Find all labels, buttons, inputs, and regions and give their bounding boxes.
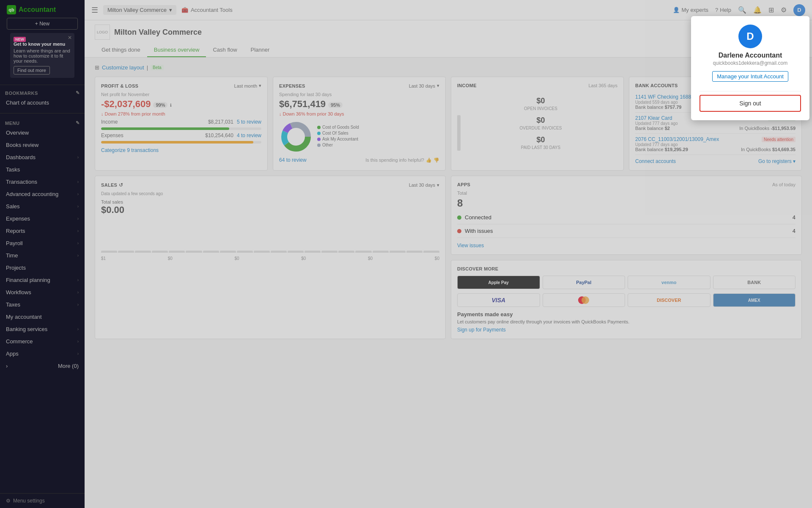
edit-bookmarks-icon[interactable]: ✎ — [76, 90, 80, 96]
down-arrow-icon: ↓ — [101, 111, 104, 116]
sidebar-item-chart-of-accounts[interactable]: Chart of accounts — [0, 97, 85, 109]
svg-point-5 — [582, 296, 589, 304]
connect-accounts-link[interactable]: Connect accounts — [635, 158, 676, 164]
settings-icon[interactable]: ⚙ — [781, 6, 787, 14]
my-experts-button[interactable]: 👤 My experts — [673, 7, 708, 13]
income-bar — [457, 115, 461, 151]
sidebar-item-my-accountant[interactable]: My accountant — [0, 311, 85, 323]
profit-loss-card: PROFIT & LOSS Last month ▾ Net profit fo… — [95, 77, 268, 171]
income-bars: $0 OPEN INVOICES $0 OVERDUE INVOICES $0 … — [457, 91, 617, 151]
apps-issues-row[interactable]: With issues 4 — [457, 224, 796, 238]
bank-account-name[interactable]: 2107 Klear Card — [635, 115, 672, 121]
bank-account-name[interactable]: 2076 CC_11003/12001/13009_Amex — [635, 136, 719, 142]
help-button[interactable]: ? Help — [715, 7, 731, 13]
bookmarks-header[interactable]: BOOKMARKS ✎ — [0, 88, 85, 97]
sidebar-item-commerce[interactable]: Commerce› — [0, 335, 85, 348]
find-out-button[interactable]: Find out more — [14, 66, 50, 75]
tab-business-overview[interactable]: Business overview — [147, 43, 206, 57]
manage-intuit-link[interactable]: Manage your Intuit Account — [712, 71, 788, 82]
sidebar-header: qb Accountant + New NEW ✕ Get to know yo… — [0, 0, 85, 85]
sidebar-item-time[interactable]: Time› — [0, 249, 85, 262]
apple-pay-item[interactable]: Apple Pay — [457, 276, 540, 289]
search-icon[interactable]: 🔍 — [738, 6, 746, 14]
sidebar-item-reports[interactable]: Reports› — [0, 225, 85, 237]
edit-menu-icon[interactable]: ✎ — [76, 120, 80, 126]
chart-bar — [321, 219, 337, 253]
chart-bar — [186, 219, 202, 253]
sidebar-item-projects[interactable]: Projects — [0, 262, 85, 274]
profit-percent: 99% — [153, 102, 167, 108]
sign-out-button[interactable]: Sign out — [700, 95, 801, 112]
company-selector[interactable]: Milton Valley Commerce ▾ — [103, 5, 176, 15]
hamburger-icon[interactable]: ☰ — [91, 6, 98, 15]
expenses-period[interactable]: Last 30 days ▾ — [409, 83, 439, 88]
tab-content-area: ⊞ Customize layout | Beta PROFIT & LOSS … — [85, 58, 812, 508]
menu-settings[interactable]: ⚙ Menu settings — [0, 493, 85, 508]
profit-loss-period[interactable]: Last month ▾ — [234, 83, 261, 88]
menu-section: MENU ✎ Overview Books review Dashboards›… — [0, 115, 85, 375]
issues-dot — [457, 229, 461, 233]
expenses-review-link[interactable]: 64 to review — [279, 157, 307, 163]
spending-label: Spending for last 30 days — [279, 92, 439, 97]
menu-header[interactable]: MENU ✎ — [0, 118, 85, 127]
sales-value: $0.00 — [101, 204, 439, 215]
bank-item-header: 2076 CC_11003/12001/13009_Amex Needs att… — [635, 136, 796, 142]
sidebar-item-taxes[interactable]: Taxes› — [0, 298, 85, 311]
thumbsdown-icon[interactable]: 👎 — [433, 157, 439, 163]
sidebar-item-workflows[interactable]: Workflows› — [0, 286, 85, 298]
tab-cash-flow[interactable]: Cash flow — [206, 43, 244, 57]
sales-period[interactable]: Last 30 days ▾ — [409, 182, 439, 188]
sidebar-item-payroll[interactable]: Payroll› — [0, 237, 85, 249]
visa-item[interactable]: VISA — [457, 293, 540, 307]
paypal-item[interactable]: PayPal — [543, 276, 625, 289]
mastercard-item[interactable] — [543, 293, 625, 307]
sidebar-item-overview[interactable]: Overview — [0, 127, 85, 139]
sidebar-item-expenses[interactable]: Expenses› — [0, 213, 85, 225]
income-review-link[interactable]: 5 to review — [237, 119, 261, 125]
sidebar-item-financial-planning[interactable]: Financial planning› — [0, 274, 85, 286]
chevron-icon: › — [77, 241, 79, 246]
bank-account-name[interactable]: 1141 WF Checking 1688 — [635, 94, 691, 100]
chart-bar — [288, 219, 304, 253]
connected-dot — [457, 215, 461, 220]
sidebar-item-sales[interactable]: Sales› — [0, 200, 85, 213]
apps-connected-row[interactable]: Connected 4 — [457, 211, 796, 224]
new-button[interactable]: + New — [7, 18, 78, 30]
categorize-link[interactable]: Categorize 9 transactions — [101, 147, 159, 153]
popup-name: Darlene Accountant — [700, 52, 801, 59]
view-issues-link[interactable]: View issues — [457, 243, 484, 248]
chart-bar — [390, 219, 406, 253]
sales-title-wrap: SALES ↺ — [101, 182, 123, 188]
notification-icon[interactable]: 🔔 — [753, 6, 762, 14]
sidebar-item-advanced-accounting[interactable]: Advanced accounting› — [0, 188, 85, 200]
sidebar-item-transactions[interactable]: Transactions› — [0, 176, 85, 188]
user-avatar[interactable]: D — [793, 4, 805, 16]
sidebar-item-tasks[interactable]: Tasks — [0, 163, 85, 176]
expenses-review-link[interactable]: 4 to review — [237, 133, 261, 138]
refresh-icon[interactable]: ↺ — [119, 182, 123, 188]
tab-planner[interactable]: Planner — [244, 43, 277, 57]
sidebar-item-more[interactable]: ›More (0) — [0, 360, 85, 372]
chart-bar — [271, 219, 287, 253]
sidebar-item-apps[interactable]: Apps› — [0, 348, 85, 360]
sales-chart — [101, 219, 439, 253]
sidebar-item-banking-services[interactable]: Banking services› — [0, 323, 85, 335]
apps-grid-icon[interactable]: ⊞ — [768, 6, 774, 14]
chart-bar — [237, 219, 253, 253]
sidebar-item-dashboards[interactable]: Dashboards› — [0, 151, 85, 163]
expenses-progress — [101, 141, 261, 144]
venmo-item[interactable]: venmo — [628, 276, 710, 289]
accountant-tools-button[interactable]: 🧰 Accountant Tools — [181, 7, 233, 13]
go-to-registers-link[interactable]: Go to registers ▾ — [758, 158, 796, 164]
tab-get-things-done[interactable]: Get things done — [95, 43, 147, 57]
bank-item[interactable]: BANK — [713, 276, 796, 289]
thumbsup-icon[interactable]: 👍 — [426, 157, 432, 163]
page-title: Milton Valley Commerce — [114, 28, 202, 37]
discover-item[interactable]: DISCOVER — [628, 293, 710, 307]
signup-payments-link[interactable]: Sign up for Payments — [457, 327, 506, 333]
profit-loss-header: PROFIT & LOSS Last month ▾ — [101, 83, 261, 88]
topbar-right: 👤 My experts ? Help 🔍 🔔 ⊞ ⚙ D — [673, 4, 805, 16]
amex-item[interactable]: AMEX — [713, 293, 796, 307]
sidebar-item-books-review[interactable]: Books review — [0, 139, 85, 151]
close-promo-icon[interactable]: ✕ — [68, 35, 72, 41]
